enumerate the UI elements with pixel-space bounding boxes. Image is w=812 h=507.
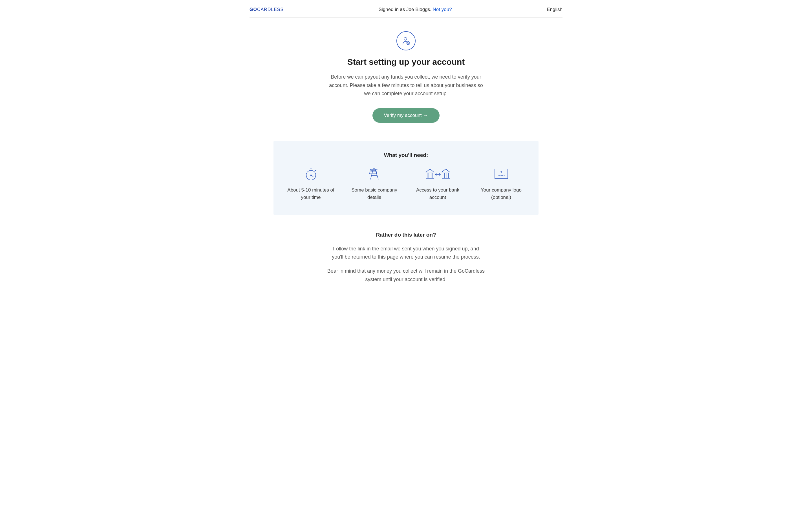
stopwatch-icon [305, 166, 317, 181]
later-heading: Rather do this later on? [327, 232, 485, 238]
arrow-right-icon: → [423, 113, 428, 118]
logo-placeholder-icon: LOGO [494, 166, 509, 181]
need-item-text: About 5-10 minutes of your time [286, 186, 336, 202]
need-item-bank: Access to your bank account [409, 166, 466, 202]
brand-go: GO [250, 7, 257, 12]
later-paragraph-2: Bear in mind that any money you collect … [327, 267, 485, 284]
what-youll-need-panel: What you'll need: [273, 141, 539, 215]
brand-logo: GOCARDLESS [250, 7, 284, 12]
need-item-logo: LOGO Your company logo (optional) [473, 166, 529, 202]
verify-account-button[interactable]: Verify my account→ [372, 108, 439, 123]
what-youll-need-heading: What you'll need: [283, 152, 529, 158]
later-paragraph-1: Follow the link in the email we sent you… [327, 245, 485, 262]
need-grid: About 5-10 minutes of your time Some bas… [283, 166, 529, 202]
svg-text:LOGO: LOGO [498, 174, 505, 177]
topbar: GOCARDLESS Signed in as Joe Bloggs. Not … [250, 0, 562, 18]
signed-in-status: Signed in as Joe Bloggs. Not you? [284, 7, 547, 12]
svg-rect-29 [495, 169, 508, 179]
bank-transfer-icon [425, 166, 451, 181]
need-item-text: Access to your bank account [412, 186, 463, 202]
not-you-link[interactable]: Not you? [433, 7, 452, 12]
hero-section: Start setting up your account Before we … [250, 18, 562, 123]
svg-point-0 [404, 38, 407, 40]
svg-point-9 [310, 175, 311, 175]
page-title: Start setting up your account [250, 57, 562, 67]
need-item-company: Some basic company details [346, 166, 403, 202]
signed-in-prefix: Signed in as [378, 7, 406, 12]
later-section: Rather do this later on? Follow the link… [327, 232, 485, 284]
need-item-time: About 5-10 minutes of your time [283, 166, 339, 202]
need-item-text: Your company logo (optional) [476, 186, 527, 202]
signed-in-username: Joe Bloggs [406, 7, 430, 12]
user-verified-icon [396, 31, 416, 50]
a-frame-sign-icon [366, 166, 382, 181]
need-item-text: Some basic company details [349, 186, 400, 202]
language-selector[interactable]: English [547, 7, 562, 12]
verify-account-label: Verify my account [384, 113, 421, 118]
brand-cardless: CARDLESS [257, 7, 284, 12]
signed-in-suffix: . [430, 7, 433, 12]
hero-description: Before we can payout any funds you colle… [327, 73, 485, 98]
